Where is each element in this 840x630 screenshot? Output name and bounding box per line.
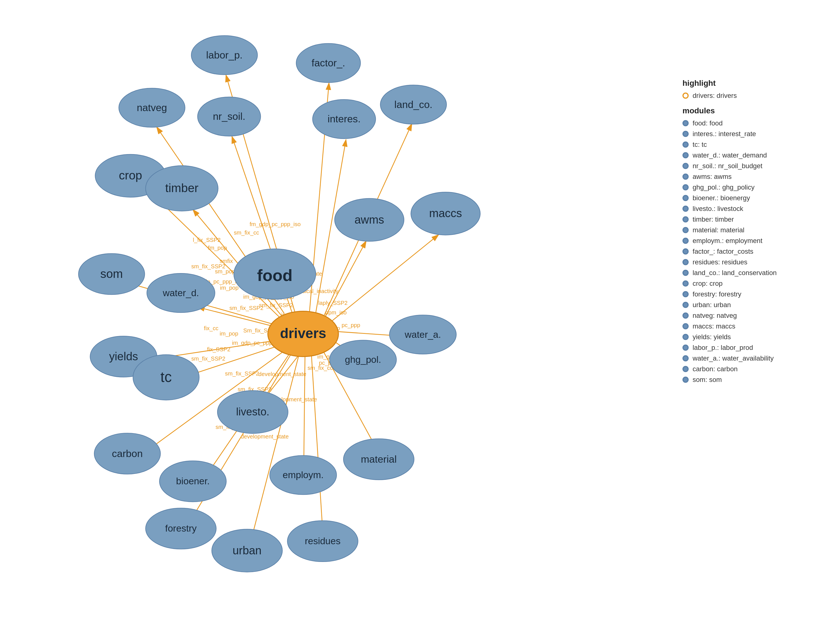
node-urban-label: urban	[233, 544, 262, 557]
legend-module-food: food: food	[682, 119, 823, 127]
node-tc-label: tc	[160, 369, 172, 385]
node-water_d-label: water_d.	[163, 288, 199, 298]
legend-module-maccs-label: maccs: maccs	[693, 322, 735, 330]
legend-panel: highlight drivers: drivers modules food:…	[682, 79, 823, 387]
legend-dot-blue-awms	[682, 174, 688, 180]
legend-dot-blue-natveg	[682, 313, 688, 319]
legend-dot-blue-water_a	[682, 355, 688, 362]
node-timber-label: timber	[165, 181, 198, 195]
legend-module-water_a-label: water_a.: water_availability	[693, 354, 774, 362]
edge-label: pc_ppp	[341, 322, 360, 328]
legend-module-water_d-label: water_d.: water_demand	[693, 151, 767, 159]
node-factor_-label: factor_.	[311, 57, 345, 69]
legend-dot-blue-bioener	[682, 195, 688, 201]
edge-label: development_state	[241, 433, 289, 440]
legend-module-factor_: factor_: factor_costs	[682, 248, 823, 255]
legend-dot-blue-interes	[682, 131, 688, 137]
legend-module-yields: yields: yields	[682, 333, 823, 341]
legend-module-carbon: carbon: carbon	[682, 365, 823, 373]
node-crop-label: crop	[119, 169, 142, 182]
node-bioener-label: bioener.	[176, 476, 210, 486]
legend-module-carbon-label: carbon: carbon	[693, 365, 737, 373]
legend-dot-blue-ghg_pol	[682, 184, 688, 190]
legend-module-timber-label: timber: timber	[693, 215, 734, 223]
legend-module-employm: employm.: employment	[682, 237, 823, 245]
legend-module-livesto-label: livesto.: livestock	[693, 205, 743, 213]
edge-label: im_pop	[220, 330, 238, 337]
node-yields-label: yields	[109, 350, 138, 363]
node-forestry-label: forestry	[165, 523, 197, 534]
legend-module-nr_soil-label: nr_soil.: nr_soil_budget	[693, 162, 763, 170]
legend-module-land_co-label: land_co.: land_conservation	[693, 269, 777, 277]
legend-dot-blue-urban	[682, 302, 688, 308]
legend-module-forestry: forestry: forestry	[682, 290, 823, 298]
legend-dot-blue-carbon	[682, 366, 688, 372]
node-natveg-label: natveg	[137, 102, 167, 113]
edge-label: fm_pop	[208, 245, 227, 251]
legend-module-forestry-label: forestry: forestry	[693, 290, 741, 298]
edge-label: im_pop	[220, 285, 238, 291]
legend-dot-blue-residues	[682, 259, 688, 265]
legend-dot-blue-labor_p	[682, 344, 688, 351]
edge-drivers-maccs	[332, 235, 439, 321]
legend-module-food-label: food: food	[693, 119, 723, 127]
legend-module-som: som: som	[682, 376, 823, 384]
legend-module-awms: awms: awms	[682, 173, 823, 180]
legend-module-crop: crop: crop	[682, 279, 823, 287]
edge-label: sm_fix_SSP2	[225, 370, 259, 377]
legend-dot-orange	[682, 93, 688, 99]
graph-container: sm_fix_cc fm_gdp_pc_ppp_iso l_fix_SSP2 f…	[0, 0, 619, 630]
legend-module-tc-label: tc: tc	[693, 141, 707, 148]
edge-label: fix_SSP2	[207, 346, 231, 353]
network-graph: sm_fix_cc fm_gdp_pc_ppp_iso l_fix_SSP2 f…	[0, 0, 619, 630]
legend-dot-blue-crop	[682, 280, 688, 287]
edge-label: fix_cc	[204, 325, 219, 332]
node-land_co-label: land_co.	[395, 99, 433, 110]
node-employm-label: employm.	[283, 470, 324, 480]
legend-dot-blue-material	[682, 227, 688, 233]
edge-drivers-urban	[251, 354, 299, 538]
node-food-label: food	[257, 266, 292, 284]
legend-module-residues: residues: residues	[682, 258, 823, 266]
node-ghg_pol-label: ghg_pol.	[345, 354, 381, 365]
edge-label: sm_fix_SSP2	[259, 302, 293, 308]
node-interes-label: interes.	[327, 113, 361, 125]
legend-module-labor_p: labor_p.: labor_prod	[682, 344, 823, 352]
node-material-label: material	[361, 454, 397, 465]
node-residues-label: residues	[305, 536, 341, 546]
node-awms-label: awms	[354, 213, 384, 226]
legend-module-ghg_pol: ghg_pol.: ghg_policy	[682, 183, 823, 191]
legend-module-tc: tc: tc	[682, 141, 823, 148]
legend-dot-blue-tc	[682, 142, 688, 148]
legend-modules-title: modules	[682, 106, 823, 115]
legend-dot-blue-employm	[682, 238, 688, 244]
legend-module-timber: timber: timber	[682, 215, 823, 223]
legend-module-natveg-label: natveg: natveg	[693, 312, 737, 319]
node-water_a-label: water_a.	[404, 329, 441, 340]
edge-label: sm_fix_SSP2	[191, 355, 225, 362]
edge-drivers-residues	[311, 354, 323, 531]
legend-module-nr_soil: nr_soil.: nr_soil_budget	[682, 162, 823, 170]
legend-dot-blue-land_co	[682, 270, 688, 276]
legend-module-interes-label: interes.: interest_rate	[693, 130, 756, 138]
legend-dot-blue-food	[682, 120, 688, 126]
legend-module-interes: interes.: interest_rate	[682, 130, 823, 138]
legend-module-water_a: water_a.: water_availability	[682, 354, 823, 362]
legend-module-bioener-label: bioener.: bioenergy	[693, 194, 750, 202]
node-som-label: som	[100, 267, 123, 280]
legend-module-urban-label: urban: urban	[693, 301, 731, 309]
legend-dot-blue-factor_	[682, 248, 688, 254]
legend-dot-blue-som	[682, 377, 688, 383]
legend-module-bioener: bioener.: bioenergy	[682, 194, 823, 202]
legend-dot-blue-nr_soil	[682, 163, 688, 169]
legend-module-land_co: land_co.: land_conservation	[682, 269, 823, 277]
legend-dot-blue-livesto	[682, 205, 688, 212]
legend-highlight-item: drivers: drivers	[682, 92, 823, 99]
node-nr_soil-label: nr_soil.	[213, 111, 246, 122]
legend-dot-blue-water_d	[682, 152, 688, 158]
edge-label: laply_SSP2	[318, 300, 347, 306]
legend-module-ghg_pol-label: ghg_pol.: ghg_policy	[693, 183, 755, 191]
legend-module-livesto: livesto.: livestock	[682, 205, 823, 213]
legend-module-material: material: material	[682, 226, 823, 234]
edge-label: ppm_iso	[325, 309, 347, 316]
